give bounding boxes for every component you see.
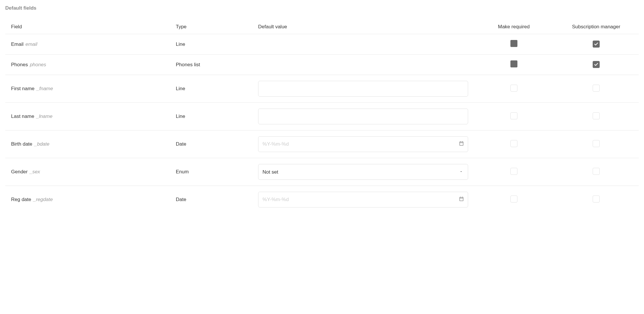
subscription-manager-checkbox[interactable] xyxy=(593,61,600,68)
field-type: Line xyxy=(170,103,252,130)
field-id: _sex xyxy=(29,169,40,175)
header-subscription-manager: Subscription manager xyxy=(554,20,639,34)
header-default-value: Default value xyxy=(252,20,474,34)
field-type: Line xyxy=(170,75,252,103)
field-label: First name xyxy=(11,86,34,91)
table-row: Last name _lnameLine xyxy=(5,103,639,130)
field-label: Birth date xyxy=(11,141,32,147)
subscription-manager-checkbox[interactable] xyxy=(593,112,600,119)
make-required-checkbox[interactable] xyxy=(510,112,517,119)
make-required-checkbox[interactable] xyxy=(510,85,517,92)
field-label: Email xyxy=(11,41,24,47)
default-value-date-input[interactable] xyxy=(258,136,468,152)
section-title: Default fields xyxy=(5,5,639,11)
field-id: _fname xyxy=(36,86,53,91)
make-required-checkbox[interactable] xyxy=(510,196,517,203)
subscription-manager-checkbox[interactable] xyxy=(593,140,600,147)
make-required-checkbox xyxy=(510,60,517,67)
default-value-select[interactable]: Not set xyxy=(258,164,468,180)
field-label: Gender xyxy=(11,169,28,175)
field-type: Phones list xyxy=(170,55,252,75)
field-id: email xyxy=(25,41,37,47)
table-row: Gender _sexEnumNot set xyxy=(5,158,639,186)
default-fields-table: Field Type Default value Make required S… xyxy=(5,20,639,213)
field-id: _regdate xyxy=(33,197,53,202)
field-type: Date xyxy=(170,130,252,158)
header-type: Type xyxy=(170,20,252,34)
make-required-checkbox xyxy=(510,40,517,47)
field-type: Date xyxy=(170,186,252,214)
subscription-manager-checkbox[interactable] xyxy=(593,41,600,48)
subscription-manager-checkbox[interactable] xyxy=(593,168,600,175)
header-make-required: Make required xyxy=(474,20,554,34)
make-required-checkbox[interactable] xyxy=(510,168,517,175)
field-label: Last name xyxy=(11,114,34,119)
field-label: Reg date xyxy=(11,197,31,202)
default-value-input[interactable] xyxy=(258,109,468,124)
field-id: _bdate xyxy=(34,141,50,147)
make-required-checkbox[interactable] xyxy=(510,140,517,147)
field-id: _lname xyxy=(36,114,52,119)
table-row: Email emailLine xyxy=(5,34,639,55)
subscription-manager-checkbox[interactable] xyxy=(593,85,600,92)
default-value-date-input[interactable] xyxy=(258,192,468,207)
table-row: Birth date _bdateDate xyxy=(5,130,639,158)
field-type: Line xyxy=(170,34,252,55)
table-row: First name _fnameLine xyxy=(5,75,639,103)
field-id: phones xyxy=(30,62,46,67)
table-row: Phones phonesPhones list xyxy=(5,55,639,75)
field-type: Enum xyxy=(170,158,252,186)
field-label: Phones xyxy=(11,62,28,67)
header-field: Field xyxy=(5,20,170,34)
subscription-manager-checkbox[interactable] xyxy=(593,196,600,203)
table-row: Reg date _regdateDate xyxy=(5,186,639,214)
default-value-input[interactable] xyxy=(258,81,468,97)
